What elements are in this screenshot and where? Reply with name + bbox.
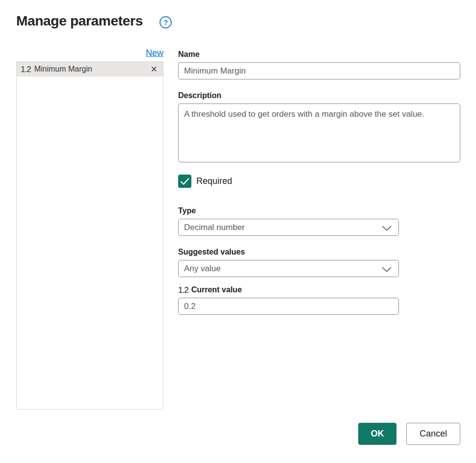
current-value-label-row: 1.2 Current value bbox=[178, 285, 460, 295]
decimal-number-type-icon: 1.2 bbox=[21, 65, 31, 74]
type-dropdown[interactable]: Decimal number bbox=[178, 219, 399, 236]
required-label: Required bbox=[196, 176, 232, 186]
list-item-minimum-margin[interactable]: 1.2 Minimum Margin ✕ bbox=[17, 62, 163, 77]
type-dropdown-value: Decimal number bbox=[184, 223, 245, 232]
required-checkbox-row[interactable]: Required bbox=[178, 175, 460, 188]
chevron-down-icon bbox=[382, 267, 392, 272]
required-checkbox[interactable] bbox=[178, 175, 191, 188]
help-icon[interactable]: ? bbox=[159, 16, 172, 28]
decimal-number-type-icon: 1.2 bbox=[178, 286, 188, 294]
name-label: Name bbox=[178, 50, 460, 59]
suggested-values-dropdown-value: Any value bbox=[184, 264, 221, 274]
parameter-list: 1.2 Minimum Margin ✕ bbox=[16, 61, 163, 410]
page-title: Manage parameters bbox=[16, 13, 143, 29]
suggested-values-dropdown[interactable]: Any value bbox=[178, 260, 399, 277]
list-item-label: Minimum Margin bbox=[34, 65, 92, 74]
parameter-form: Name Description A threshold used to get… bbox=[178, 50, 460, 315]
suggested-values-label: Suggested values bbox=[178, 247, 460, 257]
delete-parameter-icon[interactable]: ✕ bbox=[150, 64, 159, 75]
ok-button[interactable]: OK bbox=[358, 423, 397, 445]
type-label: Type bbox=[178, 206, 460, 216]
chevron-down-icon bbox=[382, 226, 392, 231]
current-value-label: Current value bbox=[191, 285, 242, 295]
checkmark-icon bbox=[180, 178, 189, 185]
description-input[interactable]: A threshold used to get orders with a ma… bbox=[178, 103, 460, 162]
new-parameter-link[interactable]: New bbox=[16, 48, 163, 58]
manage-parameters-dialog: Manage parameters ? New 1.2 Minimum Marg… bbox=[0, 0, 476, 463]
current-value-input[interactable] bbox=[178, 298, 399, 315]
name-input[interactable] bbox=[178, 62, 460, 79]
cancel-button[interactable]: Cancel bbox=[406, 423, 460, 445]
description-label: Description bbox=[178, 91, 460, 101]
